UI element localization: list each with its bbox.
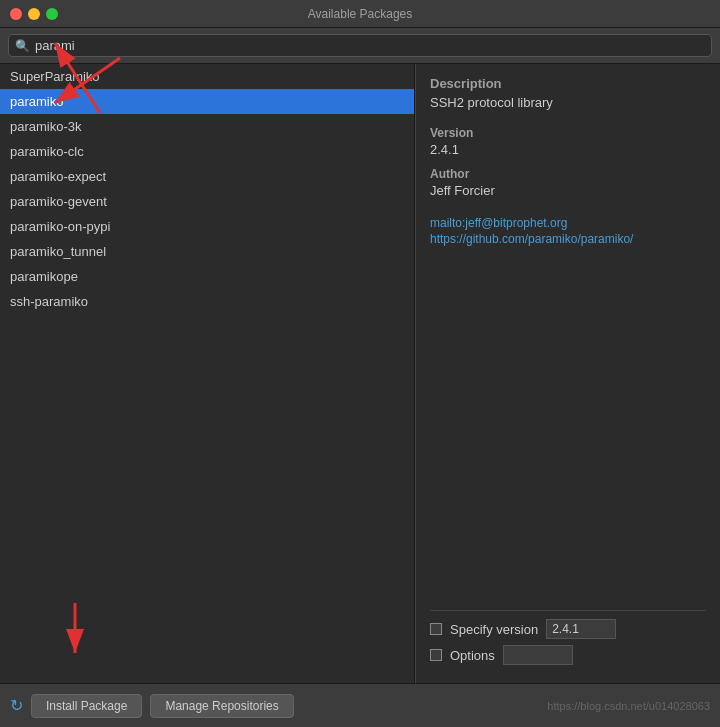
- close-button[interactable]: [10, 8, 22, 20]
- specify-version-input[interactable]: [546, 619, 616, 639]
- specify-version-checkbox[interactable]: [430, 623, 442, 635]
- detail-panel: Description SSH2 protocol library Versio…: [416, 64, 720, 683]
- author-value: Jeff Forcier: [430, 183, 706, 198]
- search-bar: 🔍: [0, 28, 720, 64]
- main-container: 🔍 SuperParamikoparamikoparamiko-3kparami…: [0, 28, 720, 727]
- specify-version-row: Specify version: [430, 619, 706, 639]
- search-wrapper: 🔍: [8, 34, 712, 57]
- detail-section-title: Description: [430, 76, 706, 91]
- search-input[interactable]: [35, 38, 705, 53]
- github-link[interactable]: https://github.com/paramiko/paramiko/: [430, 232, 706, 246]
- options-label: Options: [450, 648, 495, 663]
- options-input[interactable]: [503, 645, 573, 665]
- package-item[interactable]: paramiko-on-pypi: [0, 214, 414, 239]
- package-item[interactable]: paramiko-clc: [0, 139, 414, 164]
- package-list: SuperParamikoparamikoparamiko-3kparamiko…: [0, 64, 415, 683]
- content-area: SuperParamikoparamikoparamiko-3kparamiko…: [0, 64, 720, 683]
- refresh-icon[interactable]: ↻: [10, 696, 23, 715]
- window-controls: [10, 8, 58, 20]
- package-item[interactable]: paramiko-gevent: [0, 189, 414, 214]
- version-label: Version: [430, 126, 706, 140]
- options-checkbox[interactable]: [430, 649, 442, 661]
- package-item[interactable]: paramiko-expect: [0, 164, 414, 189]
- detail-footer: Specify version Options: [430, 610, 706, 671]
- package-item[interactable]: SuperParamiko: [0, 64, 414, 89]
- options-row: Options: [430, 645, 706, 665]
- title-bar: Available Packages: [0, 0, 720, 28]
- author-label: Author: [430, 167, 706, 181]
- minimize-button[interactable]: [28, 8, 40, 20]
- package-item[interactable]: paramiko: [0, 89, 414, 114]
- package-item[interactable]: ssh-paramiko: [0, 289, 414, 314]
- specify-version-label: Specify version: [450, 622, 538, 637]
- package-item[interactable]: paramiko_tunnel: [0, 239, 414, 264]
- watermark: https://blog.csdn.net/u014028063: [547, 700, 710, 712]
- manage-repositories-button[interactable]: Manage Repositories: [150, 694, 293, 718]
- email-link[interactable]: mailto:jeff@bitprophet.org: [430, 216, 706, 230]
- window-title: Available Packages: [308, 7, 413, 21]
- package-item[interactable]: paramiko-3k: [0, 114, 414, 139]
- search-icon: 🔍: [15, 39, 30, 53]
- bottom-bar: ↻ Install Package Manage Repositories ht…: [0, 683, 720, 727]
- install-package-button[interactable]: Install Package: [31, 694, 142, 718]
- detail-description: SSH2 protocol library: [430, 95, 706, 110]
- package-item[interactable]: paramikope: [0, 264, 414, 289]
- maximize-button[interactable]: [46, 8, 58, 20]
- version-value: 2.4.1: [430, 142, 706, 157]
